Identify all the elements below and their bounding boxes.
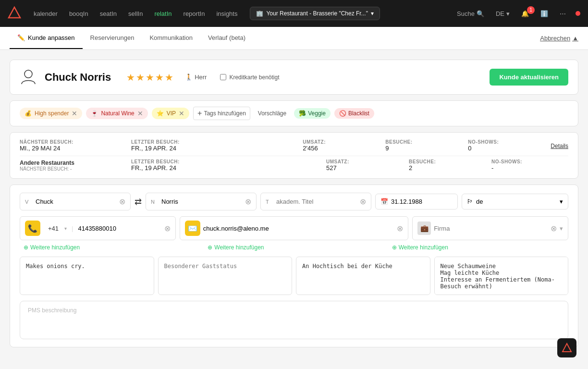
- search-icon: 🔍: [477, 10, 484, 17]
- stats-besuche: BESUCHE: 9: [385, 139, 462, 152]
- notification-badge: 1: [527, 6, 535, 14]
- stats-besuche2: BESUCHE: 2: [409, 159, 486, 172]
- phone-field: 📞 +41 ▾ | ⊗: [20, 216, 176, 240]
- notifications-btn[interactable]: 🔔 1: [517, 8, 533, 19]
- note-3-input[interactable]: An Hochtisch bei der Küche: [296, 257, 430, 295]
- vorschlaege-button[interactable]: Vorschläge: [254, 108, 290, 119]
- phone-icon: 📞: [28, 224, 37, 233]
- tag-high-spender: 💰 High spender ✕: [20, 108, 82, 119]
- tab-verlauf[interactable]: Verlauf (beta): [200, 27, 253, 49]
- language-label: DE: [496, 10, 504, 17]
- company-more-icon[interactable]: ▾: [560, 225, 563, 232]
- language-selector[interactable]: DE ▾: [492, 8, 514, 19]
- phone-input[interactable]: [78, 225, 161, 232]
- remove-natural-wine[interactable]: ✕: [137, 110, 143, 117]
- tab-kommunikation[interactable]: Kommunikation: [142, 27, 200, 49]
- help-btn[interactable]: ℹ️: [537, 8, 552, 19]
- sub-navigation: ✏️ Kunde anpassen Reservierungen Kommuni…: [0, 27, 588, 50]
- star-5: ★: [165, 72, 173, 83]
- add-tags-button[interactable]: + Tags hinzufügen: [193, 107, 250, 120]
- titel-label: T: [266, 199, 273, 205]
- titel-field: T ⊗: [260, 193, 371, 210]
- note-1-input[interactable]: Makes onions cry.: [20, 257, 154, 295]
- flag-input[interactable]: [476, 198, 557, 205]
- note-2-input[interactable]: [158, 257, 293, 295]
- customer-gender: 🚶 Herr: [185, 74, 207, 81]
- nav-reportin[interactable]: reportIn: [179, 7, 210, 20]
- date-field[interactable]: 📅: [375, 194, 458, 209]
- vorname-input[interactable]: [36, 198, 116, 205]
- nav-relatin[interactable]: relatIn: [149, 7, 176, 20]
- vorname-clear-icon[interactable]: ⊗: [119, 197, 125, 206]
- remove-vip[interactable]: ✕: [179, 110, 184, 117]
- customer-stars: ★ ★ ★ ★ ★: [126, 72, 173, 83]
- plus-circle-icon: ⊕: [208, 244, 212, 251]
- blacklist-icon: 🚫: [339, 110, 346, 117]
- restaurant-name: Your Restaurant - Brasserie "Chez Fr...": [266, 10, 368, 17]
- chevron-down-icon: ▾: [506, 10, 510, 17]
- briefcase-icon: 💼: [420, 224, 429, 232]
- titel-clear-icon[interactable]: ⊗: [360, 197, 366, 206]
- titel-input[interactable]: [276, 198, 357, 205]
- company-input[interactable]: [434, 225, 548, 232]
- search-nav-item[interactable]: Suche 🔍: [453, 8, 488, 19]
- phone-dropdown-icon[interactable]: ▾: [64, 226, 67, 231]
- tag-veggie[interactable]: 🥦 Veggie: [294, 108, 331, 119]
- phone-clear-icon[interactable]: ⊗: [164, 224, 171, 233]
- star-1: ★: [126, 72, 135, 83]
- edit-icon: ✏️: [17, 34, 25, 41]
- credit-card-checkbox[interactable]: [220, 74, 226, 80]
- company-field: 💼 ⊗ ▾: [412, 216, 568, 240]
- update-customer-button[interactable]: Kunde aktualisieren: [490, 69, 568, 86]
- restaurant-selector[interactable]: 🏢 Your Restaurant - Brasserie "Chez Fr..…: [250, 7, 380, 20]
- nav-seatin[interactable]: seatIn: [95, 7, 122, 20]
- tag-blacklist[interactable]: 🚫 Blacklist: [334, 108, 374, 119]
- tags-section: 💰 High spender ✕ 🍷 Natural Wine ✕ ⭐ VIP …: [10, 100, 578, 126]
- more-menu-btn[interactable]: ⋯: [556, 8, 570, 19]
- details-link[interactable]: Details: [551, 142, 568, 149]
- company-clear-icon[interactable]: ⊗: [551, 224, 557, 233]
- nav-sellin[interactable]: sellIn: [123, 7, 147, 20]
- star-2: ★: [136, 72, 145, 83]
- nav-kalender[interactable]: kalender: [29, 7, 62, 20]
- chevron-down-icon: ▾: [371, 10, 374, 17]
- bottom-logo: [557, 338, 576, 357]
- nav-booqin[interactable]: booqIn: [64, 7, 93, 20]
- top-navigation: kalender booqIn seatIn sellIn relatIn re…: [0, 0, 588, 27]
- phone-icon-bg: 📞: [25, 221, 40, 236]
- stats-letzter-besuch: LETZTER BESUCH: FR., 19 APR. 24: [131, 139, 297, 152]
- stats-section: NÄCHSTER BESUCH: MI., 29 MAI 24 LETZTER …: [10, 132, 578, 179]
- pms-field[interactable]: PMS beschreibung: [20, 301, 568, 339]
- chevron-down-icon[interactable]: ▾: [560, 198, 563, 205]
- tab-kunde-anpassen[interactable]: ✏️ Kunde anpassen: [10, 27, 83, 49]
- nachname-input[interactable]: [161, 198, 242, 205]
- andere-restaurants: Andere Restaurants NÄCHSTER BESUCH: -: [20, 160, 125, 172]
- vorname-field: V ⊗: [20, 193, 131, 210]
- company-weitere-btn[interactable]: ⊕ Weitere hinzufügen: [388, 242, 568, 253]
- note-4-input[interactable]: Neue Schaumweine Mag leichte Küche Inter…: [434, 257, 569, 295]
- credit-card-check[interactable]: Kreditkarte benötigt: [220, 74, 279, 81]
- person-icon: 🚶: [185, 74, 193, 81]
- phone-weitere-btn[interactable]: ⊕ Weitere hinzufügen: [20, 242, 200, 253]
- natural-wine-emoji: 🍷: [91, 110, 98, 117]
- stats-letzter-besuch2: LETZTER BESUCH: FR., 19 APR. 24: [131, 159, 320, 172]
- swap-icon[interactable]: ⇄: [135, 197, 142, 207]
- email-input[interactable]: [203, 225, 394, 232]
- weitere-row: ⊕ Weitere hinzufügen ⊕ Weitere hinzufüge…: [20, 242, 568, 253]
- stats-no-shows: NO-SHOWS: 0: [468, 139, 545, 152]
- phone-code[interactable]: +41: [45, 225, 61, 232]
- flag-field: 🏳 ▾: [462, 194, 568, 209]
- main-content: Chuck Norris ★ ★ ★ ★ ★ 🚶 Herr Kreditkart…: [0, 50, 588, 369]
- cancel-btn[interactable]: Abbrechen ▲: [540, 35, 578, 42]
- remove-high-spender[interactable]: ✕: [72, 110, 77, 117]
- email-weitere-btn[interactable]: ⊕ Weitere hinzufügen: [204, 242, 384, 253]
- nav-insights[interactable]: insights: [211, 7, 242, 20]
- email-clear-icon[interactable]: ⊗: [397, 224, 403, 233]
- vip-emoji: ⭐: [157, 110, 164, 117]
- nachname-clear-icon[interactable]: ⊗: [245, 197, 251, 206]
- logo[interactable]: [8, 6, 21, 21]
- date-input[interactable]: [391, 198, 472, 205]
- tab-reservierungen[interactable]: Reservierungen: [83, 27, 142, 49]
- customer-header: Chuck Norris ★ ★ ★ ★ ★ 🚶 Herr Kreditkart…: [10, 60, 578, 95]
- email-icon-bg: ✉️: [185, 221, 200, 236]
